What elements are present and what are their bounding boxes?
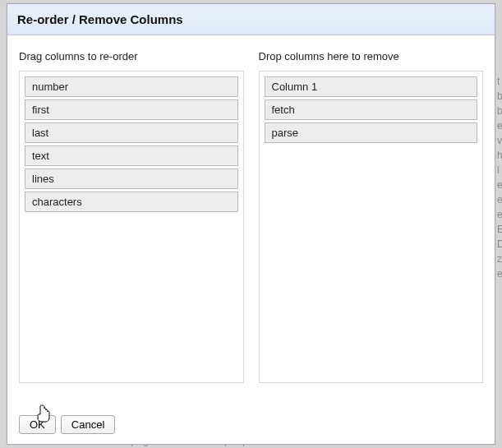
dialog-body: Drag columns to re-order numberfirstlast… [7, 35, 495, 390]
remove-item[interactable]: fetch [265, 99, 478, 120]
reorder-column: Drag columns to re-order numberfirstlast… [19, 50, 244, 383]
reorder-item[interactable]: lines [25, 169, 238, 189]
remove-item[interactable]: parse [265, 122, 478, 143]
reorder-remove-columns-dialog: Re-order / Remove Columns Drag columns t… [7, 3, 495, 445]
reorder-item[interactable]: text [25, 145, 238, 166]
cancel-button[interactable]: Cancel [61, 415, 115, 434]
remove-item[interactable]: Column 1 [265, 76, 478, 97]
remove-listbox[interactable]: Column 1fetchparse [259, 71, 484, 383]
dialog-footer: OK Cancel [7, 407, 495, 444]
reorder-listbox[interactable]: numberfirstlasttextlinescharacters [19, 71, 244, 383]
remove-column: Drop columns here to remove Column 1fetc… [259, 50, 484, 383]
reorder-item[interactable]: first [25, 99, 238, 120]
reorder-item[interactable]: number [25, 76, 238, 97]
remove-label: Drop columns here to remove [259, 50, 484, 62]
reorder-label: Drag columns to re-order [19, 50, 244, 62]
dialog-title: Re-order / Remove Columns [7, 4, 495, 35]
reorder-item[interactable]: last [25, 122, 238, 143]
ok-button[interactable]: OK [19, 415, 56, 434]
reorder-item[interactable]: characters [25, 192, 238, 212]
